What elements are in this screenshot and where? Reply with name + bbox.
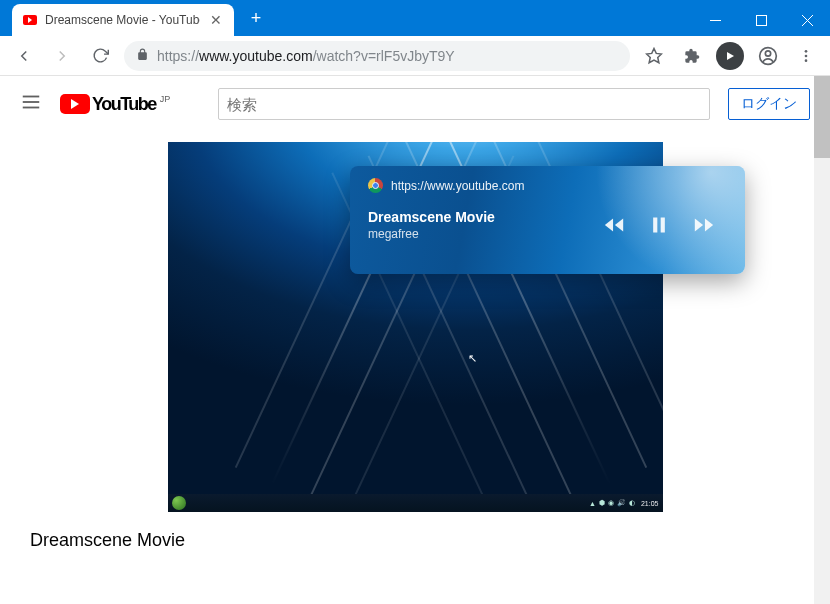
next-track-button[interactable] [693, 214, 715, 240]
url-field[interactable]: https://www.youtube.com/watch?v=rlF5vJby… [124, 41, 630, 71]
tray-clock: 21:05 [641, 500, 659, 507]
tab-title: Dreamscene Movie - YouTube [45, 13, 200, 27]
address-bar: https://www.youtube.com/watch?v=rlF5vJby… [0, 36, 830, 76]
window-titlebar: Dreamscene Movie - YouTube ✕ + [0, 0, 830, 36]
svg-rect-16 [653, 218, 657, 233]
svg-marker-18 [705, 219, 713, 232]
lock-icon [136, 47, 149, 65]
scrollbar-thumb[interactable] [814, 76, 830, 158]
youtube-region: JP [160, 94, 171, 104]
youtube-logo-text: YouTube [92, 94, 156, 115]
youtube-header: YouTube JP ログイン [0, 76, 830, 132]
svg-point-7 [765, 50, 770, 55]
forward-button[interactable] [48, 42, 76, 70]
video-taskbar: ▲⬢◉🔊◐ 21:05 [168, 494, 663, 512]
start-orb-icon [172, 496, 186, 510]
video-title: Dreamscene Movie [0, 512, 830, 569]
minimize-button[interactable] [692, 4, 738, 36]
close-tab-icon[interactable]: ✕ [208, 12, 224, 28]
media-control-popup: https://www.youtube.com Dreamscene Movie… [350, 166, 745, 274]
bookmark-star-icon[interactable] [640, 42, 668, 70]
url-text: https://www.youtube.com/watch?v=rlF5vJby… [157, 48, 455, 64]
search-input[interactable] [227, 96, 701, 113]
back-button[interactable] [10, 42, 38, 70]
youtube-logo[interactable]: YouTube JP [60, 94, 170, 115]
search-box[interactable] [218, 88, 710, 120]
media-control-icon[interactable] [716, 42, 744, 70]
svg-marker-15 [615, 219, 623, 232]
extensions-icon[interactable] [678, 42, 706, 70]
chrome-icon [368, 178, 383, 193]
svg-marker-4 [647, 48, 662, 62]
system-tray: ▲⬢◉🔊◐ 21:05 [589, 499, 658, 507]
new-tab-button[interactable]: + [242, 4, 270, 32]
previous-track-button[interactable] [603, 214, 625, 240]
svg-point-8 [805, 50, 808, 53]
menu-icon[interactable] [792, 42, 820, 70]
hamburger-icon[interactable] [20, 91, 42, 117]
svg-rect-1 [756, 15, 766, 25]
youtube-logo-icon [60, 94, 90, 114]
login-button[interactable]: ログイン [728, 88, 810, 120]
svg-marker-5 [727, 52, 734, 60]
svg-point-10 [805, 59, 808, 62]
scrollbar[interactable] [814, 76, 830, 604]
svg-rect-17 [661, 218, 665, 233]
youtube-favicon [22, 13, 37, 28]
profile-icon[interactable] [754, 42, 782, 70]
media-origin: https://www.youtube.com [391, 179, 524, 193]
svg-point-9 [805, 54, 808, 57]
media-controls [603, 214, 715, 240]
pause-button[interactable] [649, 215, 669, 239]
svg-marker-14 [605, 219, 613, 232]
window-controls [692, 4, 830, 36]
close-window-button[interactable] [784, 4, 830, 36]
cursor-icon: ↖ [468, 352, 477, 365]
maximize-button[interactable] [738, 4, 784, 36]
page-content: YouTube JP ログイン ↖ ▲⬢◉🔊◐ 21:05 Dreamscene… [0, 76, 830, 604]
browser-tab[interactable]: Dreamscene Movie - YouTube ✕ [12, 4, 234, 36]
reload-button[interactable] [86, 42, 114, 70]
svg-marker-19 [695, 219, 703, 232]
